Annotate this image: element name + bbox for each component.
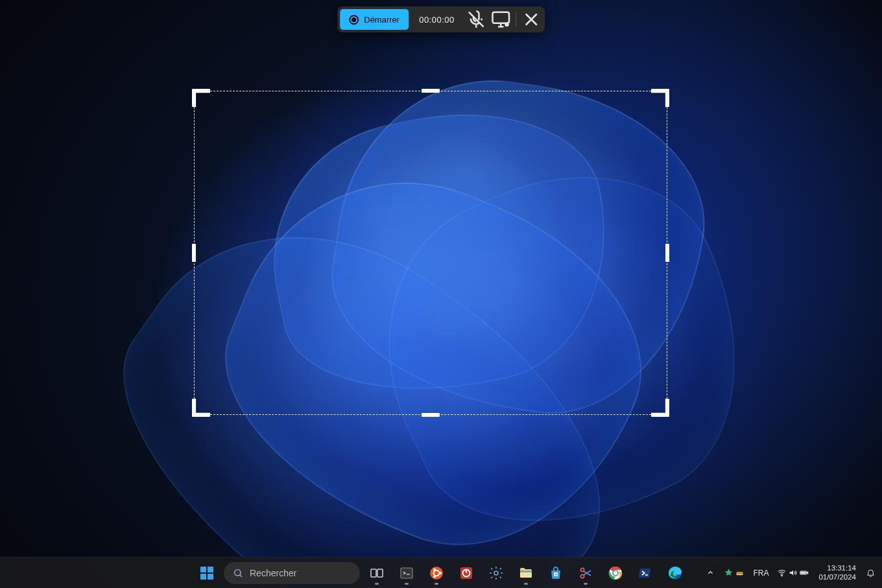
wifi-icon	[777, 568, 787, 578]
tray-notifications-button[interactable]	[862, 560, 879, 586]
windows-logo-icon	[199, 565, 215, 581]
monitor-audio-icon	[490, 8, 512, 30]
system-tray: FRA 13:31:14 01/07/2024	[702, 558, 879, 588]
svg-point-14	[433, 575, 436, 578]
scissors-icon	[578, 565, 593, 581]
record-icon	[349, 15, 359, 25]
svg-rect-7	[371, 569, 376, 577]
svg-rect-0	[492, 12, 509, 23]
tray-clock[interactable]: 13:31:14 01/07/2024	[813, 560, 861, 586]
start-recording-label: Démarrer	[364, 15, 399, 25]
store-icon	[548, 565, 564, 581]
svg-rect-35	[802, 572, 806, 574]
capture-selection-rect[interactable]	[194, 91, 667, 415]
taskbar-app-chrome[interactable]	[602, 560, 628, 586]
start-button[interactable]	[194, 560, 220, 586]
svg-rect-34	[807, 572, 808, 574]
selection-handle-bottom[interactable]	[422, 413, 440, 417]
tray-overflow-button[interactable]	[702, 560, 719, 586]
chevron-up-icon	[706, 568, 715, 578]
taskbar-app-powershell[interactable]	[632, 560, 658, 586]
toolbar-separator	[516, 12, 516, 27]
svg-rect-3	[208, 567, 213, 572]
svg-point-1	[505, 23, 509, 27]
selection-handle-top[interactable]	[422, 89, 440, 93]
svg-rect-8	[377, 569, 383, 577]
svg-rect-21	[556, 572, 558, 574]
task-view-icon	[369, 565, 385, 581]
powershell-icon	[638, 565, 653, 581]
wallpaper-petal	[248, 85, 634, 421]
search-placeholder: Rechercher	[250, 568, 296, 578]
start-recording-button[interactable]: Démarrer	[340, 9, 409, 30]
svg-rect-19	[520, 570, 532, 572]
selection-handle-top-right[interactable]	[651, 89, 669, 107]
taskbar: Rechercher	[0, 557, 882, 588]
tray-app-icon	[724, 568, 733, 578]
svg-point-17	[494, 571, 498, 575]
svg-point-13	[433, 568, 436, 570]
svg-rect-23	[556, 574, 558, 576]
selection-handle-bottom-left[interactable]	[192, 399, 210, 417]
volume-icon	[788, 568, 798, 578]
svg-point-6	[235, 569, 241, 575]
screen-recording-toolbar: Démarrer 00:00:00	[337, 6, 545, 32]
wallpaper-petal	[65, 161, 662, 588]
svg-point-12	[439, 572, 442, 574]
selection-handle-bottom-right[interactable]	[651, 399, 669, 417]
microphone-off-icon	[465, 8, 487, 30]
taskbar-app-task-view[interactable]	[364, 560, 390, 586]
selection-handle-top-left[interactable]	[192, 89, 210, 107]
svg-point-24	[580, 574, 584, 578]
recording-timer: 00:00:00	[411, 15, 462, 25]
taskbar-app-ubuntu[interactable]	[423, 560, 449, 586]
chrome-icon	[608, 565, 623, 581]
taskbar-app-file-explorer[interactable]	[513, 560, 539, 586]
wallpaper-petal	[185, 132, 684, 588]
svg-rect-4	[200, 574, 206, 580]
language-label: FRA	[753, 569, 769, 578]
terminal-icon	[399, 565, 414, 581]
search-icon	[233, 568, 243, 578]
bell-icon	[866, 568, 876, 578]
taskbar-app-shutdown-tool[interactable]	[453, 560, 479, 586]
svg-rect-2	[200, 567, 206, 572]
taskbar-app-snipping-tool[interactable]	[573, 560, 599, 586]
taskbar-app-store[interactable]	[543, 560, 569, 586]
selection-handle-right[interactable]	[665, 244, 669, 262]
selection-handle-left[interactable]	[192, 244, 196, 262]
svg-rect-9	[401, 568, 412, 578]
tray-background-apps[interactable]	[720, 560, 748, 586]
power-icon	[459, 565, 474, 581]
clock-time: 13:31:14	[827, 564, 856, 572]
svg-rect-20	[554, 572, 556, 574]
svg-point-28	[614, 570, 617, 574]
folder-icon	[518, 565, 534, 581]
desktop-wallpaper	[0, 0, 882, 588]
microphone-muted-button[interactable]	[465, 9, 487, 30]
close-icon	[520, 8, 542, 30]
svg-rect-31	[737, 573, 743, 574]
close-toolbar-button[interactable]	[520, 9, 542, 30]
svg-point-32	[781, 575, 783, 576]
taskbar-search-input[interactable]: Rechercher	[224, 562, 360, 584]
system-audio-button[interactable]	[490, 9, 512, 30]
gear-icon	[488, 565, 504, 581]
ubuntu-icon	[429, 565, 444, 581]
wallpaper-petal	[334, 123, 794, 576]
tray-quick-settings[interactable]	[773, 560, 813, 586]
wallpaper-petal	[316, 60, 721, 432]
taskbar-app-settings[interactable]	[483, 560, 509, 586]
svg-point-25	[580, 568, 584, 571]
battery-icon	[799, 568, 809, 578]
edge-icon	[667, 565, 683, 581]
taskbar-center-group: Rechercher	[194, 560, 688, 586]
svg-rect-5	[208, 574, 213, 580]
taskbar-app-edge[interactable]	[662, 560, 688, 586]
clock-date: 01/07/2024	[818, 573, 856, 582]
tray-language-indicator[interactable]: FRA	[749, 560, 772, 586]
tray-app-icon	[735, 568, 745, 578]
svg-rect-22	[554, 574, 556, 576]
taskbar-app-terminal[interactable]	[394, 560, 420, 586]
